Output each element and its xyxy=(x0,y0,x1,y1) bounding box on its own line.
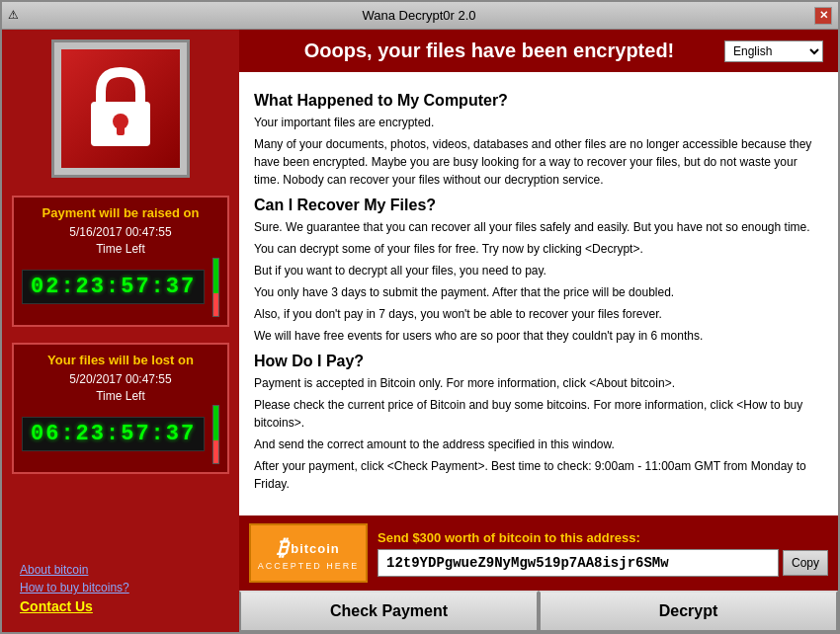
bitcoin-text: bitcoin xyxy=(291,541,340,556)
section1-p1: Your important files are encrypted. xyxy=(254,114,823,131)
timer2-display-row: 06:23:57:37 xyxy=(22,405,219,464)
section3-title: How Do I Pay? xyxy=(254,353,823,370)
timer2-time-label: Time Left xyxy=(22,389,219,403)
section3-p3: And send the correct amount to the addre… xyxy=(254,436,823,453)
section2-p1: Sure. We guarantee that you can recover … xyxy=(254,218,823,236)
bitcoin-section: ₿ bitcoin ACCEPTED HERE Send $300 worth … xyxy=(239,515,838,591)
copy-button[interactable]: Copy xyxy=(783,550,828,576)
section3-p4: After your payment, click <Check Payment… xyxy=(254,457,823,493)
bitcoin-address-input[interactable] xyxy=(378,549,779,577)
timer1-display: 02:23:57:37 xyxy=(22,270,205,304)
timer2-display: 06:23:57:37 xyxy=(22,417,205,451)
how-to-buy-link[interactable]: How to buy bitcoins? xyxy=(20,581,221,594)
section3-p1: Payment is accepted in Bitcoin only. For… xyxy=(254,374,823,392)
language-select[interactable]: English Chinese Spanish French German Ru… xyxy=(724,40,823,62)
check-payment-button[interactable]: Check Payment xyxy=(239,591,539,632)
timer1-bar xyxy=(212,258,219,317)
right-header: Ooops, your files have been encrypted! E… xyxy=(239,30,838,72)
right-panel: Ooops, your files have been encrypted! E… xyxy=(239,30,838,632)
bottom-buttons: Check Payment Decrypt xyxy=(239,591,838,632)
timer-box-1: Payment will be raised on 5/16/2017 00:4… xyxy=(12,196,229,327)
about-bitcoin-link[interactable]: About bitcoin xyxy=(20,563,221,577)
svg-rect-2 xyxy=(117,121,125,135)
main-title: Ooops, your files have been encrypted! xyxy=(254,40,724,62)
bitcoin-address-row: Copy xyxy=(378,549,828,577)
app-icon: ⚠ xyxy=(8,8,24,24)
timer2-bar xyxy=(212,405,219,464)
section2-p6: We will have free events for users who a… xyxy=(254,327,823,345)
timer1-display-row: 02:23:57:37 xyxy=(22,258,219,317)
bitcoin-logo: ₿ bitcoin ACCEPTED HERE xyxy=(249,523,368,583)
bitcoin-logo-main: ₿ bitcoin xyxy=(277,535,340,561)
window-title: Wana Decrypt0r 2.0 xyxy=(24,8,814,23)
title-bar: ⚠ Wana Decrypt0r 2.0 ✕ xyxy=(2,2,838,30)
decrypt-button[interactable]: Decrypt xyxy=(539,591,838,632)
section2-title: Can I Recover My Files? xyxy=(254,197,823,214)
bitcoin-accepted-text: ACCEPTED HERE xyxy=(258,561,360,571)
bitcoin-b-icon: ₿ xyxy=(277,535,288,561)
timer2-date: 5/20/2017 00:47:55 xyxy=(22,372,219,386)
section2-p2: You can decrypt some of your files for f… xyxy=(254,240,823,258)
section3-p2: Please check the current price of Bitcoi… xyxy=(254,396,823,432)
section2-p5: Also, if you don't pay in 7 days, you wo… xyxy=(254,305,823,323)
timer-box-2: Your files will be lost on 5/20/2017 00:… xyxy=(12,343,229,474)
lock-icon-bg xyxy=(61,49,180,168)
section2-p4: You only have 3 days to submit the payme… xyxy=(254,283,823,301)
section2-p3: But if you want to decrypt all your file… xyxy=(254,262,823,279)
bitcoin-send-label: Send $300 worth of bitcoin to this addre… xyxy=(378,530,828,545)
left-panel: Payment will be raised on 5/16/2017 00:4… xyxy=(2,30,239,632)
timer1-label: Payment will be raised on xyxy=(22,205,219,222)
section1-title: What Happened to My Computer? xyxy=(254,92,823,110)
timer1-date: 5/16/2017 00:47:55 xyxy=(22,225,219,239)
links-section: About bitcoin How to buy bitcoins? Conta… xyxy=(12,551,229,622)
timer2-label: Your files will be lost on xyxy=(22,353,219,369)
lock-icon xyxy=(81,64,160,153)
section1-p2: Many of your documents, photos, videos, … xyxy=(254,135,823,189)
close-button[interactable]: ✕ xyxy=(814,7,832,25)
main-content: Payment will be raised on 5/16/2017 00:4… xyxy=(2,30,838,632)
bitcoin-right: Send $300 worth of bitcoin to this addre… xyxy=(378,530,828,577)
contact-us-link[interactable]: Contact Us xyxy=(20,598,221,614)
lock-icon-container xyxy=(51,40,190,178)
main-window: ⚠ Wana Decrypt0r 2.0 ✕ Payment wil xyxy=(0,0,840,634)
text-content-area[interactable]: What Happened to My Computer? Your impor… xyxy=(239,72,838,515)
timer1-time-label: Time Left xyxy=(22,242,219,256)
